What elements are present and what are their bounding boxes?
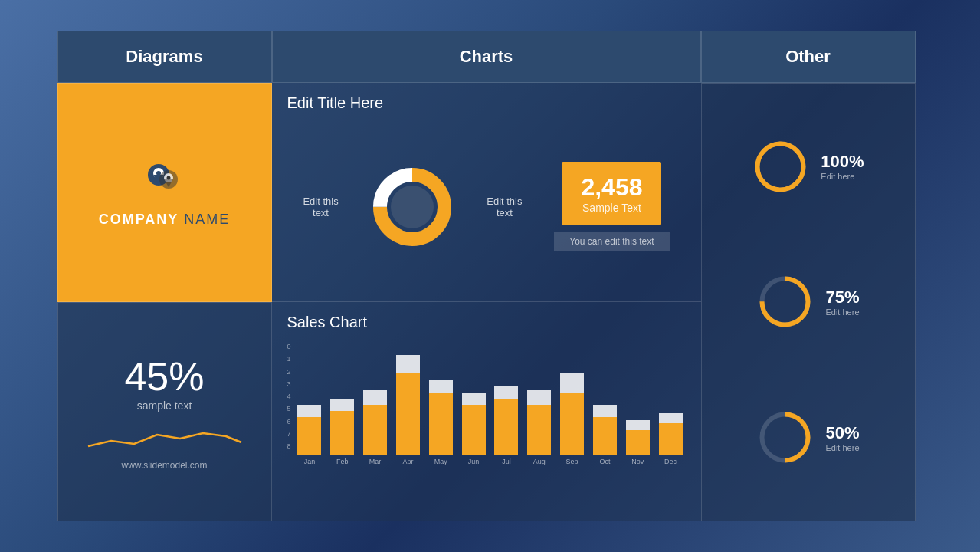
company-cell: COMPANY NAME [57,83,272,302]
progress-item-75: 75% Edit here [756,273,859,330]
bar-stack [327,399,357,455]
bar-top [363,390,387,406]
stat-number: 2,458 [581,173,642,202]
bar-bottom [297,417,321,455]
bar-stack [491,386,521,455]
right-section: 100% Edit here 75% Edit here 50% Edit [701,83,916,521]
stat-number-box: 2,458 Sample Text [562,162,661,225]
sales-chart-section: Sales Chart 8 7 6 5 4 3 2 1 0 Jan [272,302,701,521]
bar-group: May [426,380,456,466]
donut-right-label: Edit this text [487,196,522,219]
circle-label-50: 50% Edit here [825,423,859,452]
bar-top [462,393,486,405]
bar-bottom [626,430,650,455]
y-axis: 8 7 6 5 4 3 2 1 0 [287,343,291,450]
dashboard: Diagrams Charts Lines Other COMPANY NAME [57,31,923,521]
bar-bottom [396,373,420,455]
bar-bottom [462,405,486,455]
progress-item-50: 50% Edit here [756,409,859,466]
circle-label-100: 100% Edit here [821,152,864,181]
bar-label: Dec [664,458,677,465]
bar-stack [360,390,390,455]
bar-stack [426,380,456,455]
donut-area: Edit this text Edit this text 2,458 Samp… [287,123,686,290]
header-diagrams-label: Diagrams [126,47,202,67]
bar-stack [623,420,653,455]
big-percent: 45% [124,353,204,399]
bar-group: Feb [327,399,357,465]
bar-group: Sep [557,373,587,465]
top-middle-section: Edit Title Here Edit this text Edit this… [272,83,701,302]
svg-point-13 [758,143,804,189]
bar-chart: 8 7 6 5 4 3 2 1 0 Jan Feb [287,339,686,465]
bars-area: Jan Feb Mar Apr May Jun [295,350,686,465]
donut-chart [370,165,454,249]
header-charts-label: Charts [460,47,513,67]
company-name-bold: COMPANY [99,212,179,227]
bar-top [297,405,321,417]
bar-label: Jul [502,458,511,465]
stat-label: Sample Text [581,202,642,214]
bar-label: Jan [304,458,316,465]
bar-bottom [659,423,683,455]
bar-stack [656,413,686,455]
bar-stack [393,355,423,455]
bar-label: Mar [369,458,382,465]
bar-label: Oct [599,458,610,465]
header-diagrams: Diagrams [57,31,272,83]
circle-progress-100 [752,138,809,196]
bar-top [330,399,354,411]
stat-edit: You can edit this text [554,232,669,251]
bar-group: Dec [656,413,686,465]
svg-point-11 [391,186,434,228]
bar-group: Nov [623,420,653,466]
bar-bottom [593,417,617,455]
bar-bottom [330,411,354,455]
bar-bottom [363,405,387,455]
svg-point-6 [166,176,170,179]
stat-box: 2,458 Sample Text You can edit this text [554,162,669,251]
bar-label: Jun [468,458,480,465]
circle-label-75: 75% Edit here [825,288,859,317]
company-logo-icon [142,158,188,204]
percent-cell: 45% sample text www.slidemodel.com [57,302,272,521]
circle-progress-75 [756,273,814,330]
bar-label: May [434,458,447,465]
bar-label: Apr [402,458,413,465]
sample-text: sample text [137,399,192,412]
bar-group: Jul [491,386,521,465]
bar-top [659,413,683,423]
bar-bottom [494,399,518,455]
other-label: Other [785,47,831,66]
bar-stack [524,390,554,455]
bar-bottom [527,405,551,455]
bar-group: Apr [393,355,423,465]
bar-label: Aug [533,458,546,465]
chart-title: Edit Title Here [287,94,686,112]
website-url: www.slidemodel.com [121,460,207,471]
header-charts: Charts [272,31,701,83]
donut-left-label: Edit this text [303,196,338,219]
header-other-label: Lines Other [785,47,831,67]
bar-group: Jun [459,393,489,465]
progress-item-100: 100% Edit here [752,138,864,196]
bar-top [560,373,584,392]
bar-top [527,390,551,406]
bar-bottom [560,393,584,455]
bar-top [626,420,650,430]
sales-chart-title: Sales Chart [287,314,686,331]
bar-group: Jan [295,405,325,465]
bar-stack [557,373,587,455]
company-name: COMPANY NAME [99,212,231,228]
bar-top [396,355,420,373]
bar-top [494,386,518,399]
bar-label: Nov [631,458,644,465]
header-other: Lines Other [701,31,916,83]
company-name-light: NAME [179,212,230,227]
bar-bottom [429,393,453,455]
bar-group: Oct [590,405,620,465]
bar-stack [590,405,620,455]
sparkline-chart [84,419,245,454]
bar-stack [459,393,489,455]
bar-label: Feb [336,458,349,465]
